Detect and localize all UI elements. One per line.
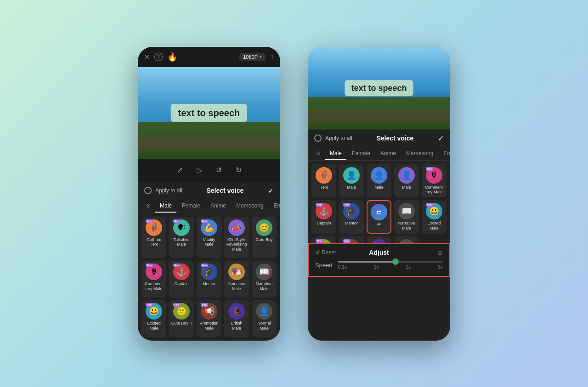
tab-female[interactable]: Female [177, 200, 205, 213]
adjust-title: Adjust [369, 249, 389, 256]
tab-male[interactable]: Male [155, 200, 176, 213]
upload-icon[interactable]: ↑ [270, 53, 274, 61]
right-voice-item[interactable]: ⚓ProCaptain [311, 200, 336, 234]
voice-item[interactable]: 📖Narrative Male [252, 261, 277, 297]
right-tab-anime[interactable]: Anime [376, 147, 401, 160]
reset-button[interactable]: ↺ Reset [315, 249, 336, 256]
pro-badge: Pro [201, 303, 208, 307]
right-voice-item[interactable]: ⇄⇄ [367, 200, 391, 234]
timeline-controls: ⤢ ▷ ↺ ↻ [138, 159, 280, 182]
voice-item[interactable]: 🙂ProCute Boy II [169, 300, 194, 337]
speed-slider-track[interactable] [338, 261, 443, 263]
right-voice-avatar: 🦸 [316, 167, 332, 184]
help-icon[interactable]: ? [154, 53, 163, 61]
voice-name: Talkative Male [171, 237, 192, 247]
close-icon[interactable]: ✕ [144, 53, 150, 61]
right-tab-english[interactable]: English [439, 147, 450, 160]
voice-item[interactable]: 🎙ProCommen- tary Male [141, 261, 166, 297]
speed-label-01x: 0.1x [338, 264, 347, 269]
right-voice-tabs: ⊘ Male Female Anime Memesong English [308, 147, 450, 161]
right-voice-name: ⇄ [377, 222, 381, 227]
right-select-voice-title: Select voice [356, 135, 434, 142]
voice-item[interactable]: 😃ProExcited Male [141, 300, 166, 337]
right-voice-name: Excited Male [424, 221, 445, 231]
speed-label-1x: 1x [374, 264, 379, 269]
apply-all-label: Apply to all [155, 187, 182, 194]
undo-icon[interactable]: ↺ [216, 166, 222, 174]
expand-icon[interactable]: ⤢ [177, 166, 183, 174]
reset-label: Reset [322, 249, 336, 256]
voice-avatar: 👤 [256, 303, 272, 320]
right-confirm-icon[interactable]: ✓ [438, 134, 444, 143]
right-voice-avatar: ⇄ [371, 204, 387, 220]
right-tab-female[interactable]: Female [347, 147, 375, 160]
right-voice-item[interactable]: 📢ProPromotion Male [339, 236, 364, 243]
voice-avatar: 🦸Pro [146, 219, 162, 236]
voice-tabs: ⊘ Male Female Anime Memesong English [138, 200, 280, 213]
voice-name: Normal Male [254, 321, 275, 331]
voice-name: Vitality Male [198, 237, 220, 247]
right-no-voice-icon[interactable]: ⊘ [312, 147, 324, 160]
voice-item[interactable]: 🗣ProTalkative Male [169, 217, 194, 258]
video-preview: ✕ ✏ ⊡ ⊡ text to speech [138, 67, 280, 159]
voice-item[interactable]: 🇺🇸American Male [224, 261, 249, 297]
voice-name: Excited Male [143, 321, 164, 331]
right-voice-item[interactable]: 🎩British Male [367, 236, 391, 243]
right-voice-item[interactable]: 👤Male [367, 164, 391, 198]
right-tab-male[interactable]: Male [325, 147, 346, 160]
right-voice-item[interactable]: 📖Narrative Male [394, 200, 419, 234]
right-voice-avatar: 👤 [371, 167, 387, 184]
tab-memesong[interactable]: Memesong [232, 200, 268, 213]
voice-avatar: 📣 [228, 219, 245, 236]
voice-item[interactable]: 📢ProPromotion Male [197, 300, 221, 337]
voice-item[interactable]: 📣Old Style Advertising Male [224, 217, 249, 258]
voice-item[interactable]: 😊Cute Boy [252, 217, 277, 258]
resolution-badge[interactable]: 1080P ▾ [239, 53, 266, 61]
right-voice-name: Narrative Male [396, 221, 417, 231]
right-voice-name: Male [374, 185, 384, 190]
voice-item[interactable]: 🦸ProGotham Hero [141, 217, 166, 258]
voice-item[interactable]: 🎩British Male [224, 300, 249, 337]
right-apply-all-label: Apply to all [325, 135, 352, 141]
right-voice-item[interactable]: 👤Normal Male [394, 236, 419, 243]
collapse-icon[interactable]: ⊙ [437, 249, 443, 256]
voice-item[interactable]: 🎓ProMentor [197, 261, 221, 297]
right-voice-avatar: 🎓Pro [343, 203, 360, 219]
right-voice-item[interactable]: 🦸Hero [311, 164, 336, 198]
voice-item[interactable]: ⚓ProCaptain [169, 261, 194, 297]
right-tab-memesong[interactable]: Memesong [401, 147, 438, 160]
left-phone: ✕ ? 🔥 1080P ▾ ↑ ✕ ✏ ⊡ ⊡ text to speech ⤢… [138, 47, 280, 341]
right-apply-all-checkbox[interactable] [314, 135, 322, 142]
apply-all-checkbox[interactable] [144, 187, 152, 194]
voice-name: Cute Boy II [171, 321, 192, 326]
right-voice-name: Male [347, 185, 356, 190]
voice-name: Commen- tary Male [143, 281, 164, 292]
speed-slider-thumb[interactable] [392, 258, 399, 265]
right-voice-item[interactable]: 👤Male [339, 164, 364, 198]
pro-badge: Pro [146, 264, 153, 267]
voice-item[interactable]: 👤Normal Male [252, 300, 277, 337]
play-icon[interactable]: ▷ [197, 166, 202, 174]
tab-anime[interactable]: Anime [206, 200, 231, 213]
right-voice-item[interactable]: 😃ProExcited Male [422, 200, 447, 234]
right-voice-item[interactable]: 👤Male [394, 164, 419, 198]
voice-item[interactable]: 💪ProVitality Male [197, 217, 221, 258]
right-voice-item[interactable]: 🎓ProMentor [339, 200, 364, 234]
confirm-icon[interactable]: ✓ [268, 186, 274, 195]
right-voice-item[interactable]: 🎙ProCommen- tary Male [422, 164, 447, 198]
voice-name: Promotion Male [198, 321, 220, 331]
tab-english[interactable]: English [269, 200, 280, 213]
adjust-panel: ↺ Reset Adjust ⊙ Speed 0.1x 1x 2x [308, 243, 450, 277]
voice-avatar: 🎓Pro [201, 264, 217, 280]
reset-icon: ↺ [315, 249, 320, 256]
right-pro-badge: Pro [426, 203, 433, 207]
right-voice-item[interactable]: 🙂ProCute Boy II [311, 236, 336, 243]
pro-badge: Pro [173, 219, 181, 223]
right-voice-name: Mentor [345, 221, 358, 226]
voice-avatar: 🙂Pro [173, 303, 190, 320]
redo-icon[interactable]: ↻ [236, 166, 242, 174]
right-video-preview: ✕ ✏ ⊡ ⊡ text to speech [308, 47, 450, 129]
no-voice-icon[interactable]: ⊘ [142, 200, 154, 213]
speed-label: Speed [315, 262, 334, 269]
right-pro-badge: Pro [426, 167, 433, 171]
